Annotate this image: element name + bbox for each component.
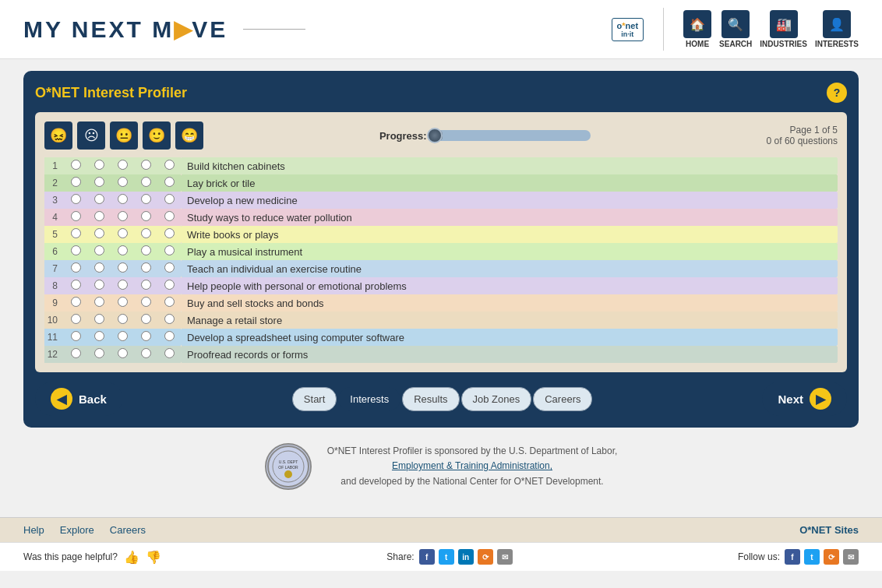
footer-explore-link[interactable]: Explore <box>60 524 94 536</box>
radio-option-2[interactable] <box>94 245 104 255</box>
radio-cell-3[interactable] <box>111 157 134 174</box>
radio-option-1[interactable] <box>71 160 81 170</box>
radio-option-3[interactable] <box>118 228 128 238</box>
radio-option-1[interactable] <box>71 331 81 341</box>
radio-cell-1[interactable] <box>64 260 87 277</box>
radio-cell-5[interactable] <box>157 294 181 312</box>
radio-cell-3[interactable] <box>111 226 134 243</box>
radio-cell-4[interactable] <box>134 157 157 174</box>
radio-cell-5[interactable] <box>157 312 181 329</box>
radio-option-1[interactable] <box>71 211 81 221</box>
radio-cell-5[interactable] <box>157 277 181 294</box>
radio-cell-2[interactable] <box>87 329 111 346</box>
share-rss-button[interactable]: ⟳ <box>478 549 493 565</box>
nav-industries-button[interactable]: 🏭 INDUSTRIES <box>760 10 807 48</box>
radio-option-3[interactable] <box>118 160 128 170</box>
radio-option-1[interactable] <box>71 262 81 273</box>
radio-cell-5[interactable] <box>157 209 181 226</box>
radio-cell-3[interactable] <box>111 329 134 346</box>
radio-option-4[interactable] <box>141 331 151 341</box>
radio-option-5[interactable] <box>164 177 175 187</box>
step-interests[interactable]: Interests <box>338 387 400 411</box>
share-email-button[interactable]: ✉ <box>497 549 513 565</box>
radio-option-2[interactable] <box>94 262 104 273</box>
radio-cell-2[interactable] <box>87 192 111 209</box>
radio-cell-4[interactable] <box>134 243 157 260</box>
radio-cell-4[interactable] <box>134 329 157 346</box>
radio-option-4[interactable] <box>141 262 151 273</box>
radio-cell-5[interactable] <box>157 174 181 192</box>
radio-option-5[interactable] <box>164 314 175 324</box>
radio-option-3[interactable] <box>118 262 128 273</box>
radio-option-2[interactable] <box>94 177 104 187</box>
radio-cell-5[interactable] <box>157 226 181 243</box>
footer-help-link[interactable]: Help <box>23 524 44 536</box>
radio-option-1[interactable] <box>71 297 81 307</box>
radio-option-4[interactable] <box>141 211 151 221</box>
radio-option-3[interactable] <box>118 348 128 358</box>
step-results[interactable]: Results <box>402 387 459 411</box>
radio-option-2[interactable] <box>94 331 104 341</box>
radio-cell-3[interactable] <box>111 243 134 260</box>
radio-option-2[interactable] <box>94 297 104 307</box>
follow-twitter-button[interactable]: t <box>804 549 820 565</box>
step-careers[interactable]: Careers <box>533 387 592 411</box>
radio-cell-5[interactable] <box>157 243 181 260</box>
radio-option-4[interactable] <box>141 280 151 290</box>
radio-option-1[interactable] <box>71 314 81 324</box>
radio-cell-1[interactable] <box>64 294 87 312</box>
radio-option-1[interactable] <box>71 194 81 204</box>
thumbs-up-button[interactable]: 👍 <box>124 550 139 565</box>
radio-option-4[interactable] <box>141 160 151 170</box>
radio-cell-4[interactable] <box>134 260 157 277</box>
radio-cell-1[interactable] <box>64 346 87 363</box>
radio-cell-3[interactable] <box>111 260 134 277</box>
radio-cell-2[interactable] <box>87 346 111 363</box>
radio-option-1[interactable] <box>71 177 81 187</box>
radio-cell-2[interactable] <box>87 174 111 192</box>
radio-cell-1[interactable] <box>64 277 87 294</box>
radio-cell-4[interactable] <box>134 346 157 363</box>
radio-option-2[interactable] <box>94 160 104 170</box>
radio-cell-5[interactable] <box>157 157 181 174</box>
next-button[interactable]: Next ▶ <box>762 382 847 416</box>
radio-option-2[interactable] <box>94 348 104 358</box>
radio-option-3[interactable] <box>118 280 128 290</box>
radio-cell-5[interactable] <box>157 260 181 277</box>
radio-option-2[interactable] <box>94 211 104 221</box>
nav-interests-button[interactable]: 👤 INTERESTS <box>815 10 859 48</box>
radio-cell-3[interactable] <box>111 312 134 329</box>
radio-cell-3[interactable] <box>111 209 134 226</box>
radio-cell-5[interactable] <box>157 329 181 346</box>
radio-cell-4[interactable] <box>134 312 157 329</box>
radio-option-4[interactable] <box>141 194 151 204</box>
radio-option-5[interactable] <box>164 211 175 221</box>
radio-option-4[interactable] <box>141 348 151 358</box>
radio-option-4[interactable] <box>141 314 151 324</box>
radio-option-5[interactable] <box>164 262 175 273</box>
follow-email-button[interactable]: ✉ <box>843 549 859 565</box>
help-button[interactable]: ? <box>827 83 847 103</box>
thumbs-down-button[interactable]: 👎 <box>146 550 161 565</box>
radio-cell-2[interactable] <box>87 260 111 277</box>
radio-option-3[interactable] <box>118 314 128 324</box>
radio-cell-3[interactable] <box>111 277 134 294</box>
radio-option-3[interactable] <box>118 177 128 187</box>
radio-cell-1[interactable] <box>64 157 87 174</box>
radio-cell-5[interactable] <box>157 192 181 209</box>
radio-option-1[interactable] <box>71 245 81 255</box>
follow-facebook-button[interactable]: f <box>785 549 800 565</box>
nav-home-button[interactable]: 🏠 HOME <box>683 10 711 48</box>
step-job-zones[interactable]: Job Zones <box>461 387 532 411</box>
share-linkedin-button[interactable]: in <box>458 549 474 565</box>
radio-cell-4[interactable] <box>134 226 157 243</box>
eta-link[interactable]: Employment & Training Administration, <box>392 460 552 471</box>
radio-cell-2[interactable] <box>87 312 111 329</box>
radio-option-3[interactable] <box>118 297 128 307</box>
radio-option-1[interactable] <box>71 348 81 358</box>
radio-option-3[interactable] <box>118 211 128 221</box>
radio-option-5[interactable] <box>164 160 175 170</box>
radio-cell-4[interactable] <box>134 277 157 294</box>
radio-option-2[interactable] <box>94 228 104 238</box>
radio-cell-2[interactable] <box>87 157 111 174</box>
